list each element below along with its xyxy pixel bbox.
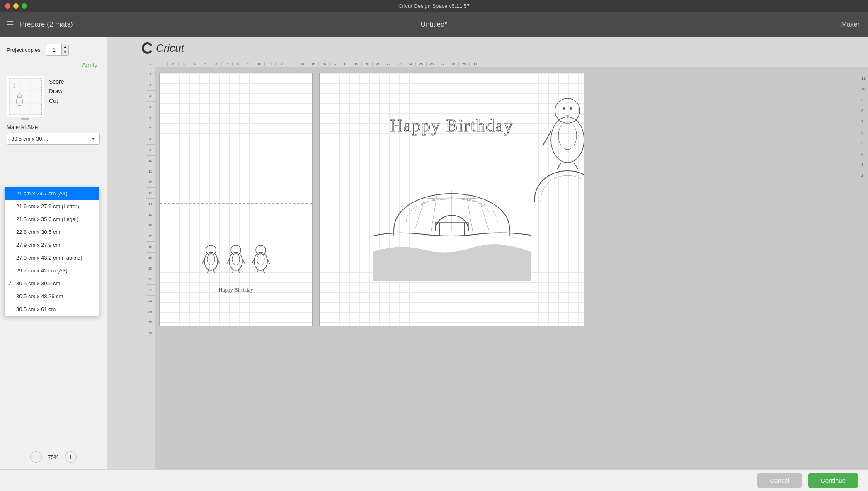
mat-1: Happy Birthday bbox=[159, 73, 313, 326]
cricut-symbol-icon bbox=[140, 41, 155, 56]
chevron-down-icon: ▼ bbox=[91, 136, 95, 141]
project-copies-row: Project copies: ▲ ▼ bbox=[7, 44, 100, 56]
cricut-logo-area: Cricut bbox=[140, 41, 184, 56]
dropdown-item-2[interactable]: 21.5 cm x 35.6 cm (Legal) bbox=[5, 213, 99, 226]
igloo-svg bbox=[373, 140, 531, 281]
mat-preview-container: 1 Score Draw Cut bbox=[7, 76, 100, 117]
left-panel: Project copies: ▲ ▼ Apply bbox=[0, 37, 107, 469]
dropdown-item-5[interactable]: 27.9 cm x 43.2 cm (Tabloid) bbox=[5, 251, 99, 264]
title-bar: Cricut Design Space v5.11.57 bbox=[0, 0, 868, 12]
maker-label: Maker bbox=[841, 21, 860, 28]
window-title: Prepare (2 mats) bbox=[20, 20, 73, 29]
svg-point-30 bbox=[563, 107, 565, 110]
copies-spinners: ▲ ▼ bbox=[61, 44, 68, 56]
svg-line-18 bbox=[415, 202, 424, 231]
svg-line-22 bbox=[480, 202, 489, 231]
svg-point-28 bbox=[555, 98, 580, 123]
mat-2: Happy Birthday bbox=[319, 73, 584, 326]
toolbar: ☰ Prepare (2 mats) Untitled* Maker bbox=[0, 12, 868, 37]
igloo-container bbox=[373, 140, 531, 281]
dropdown-current-value: 30.5 cm x 30.... bbox=[11, 136, 48, 142]
dropdown-item-6[interactable]: 29.7 cm x 42 cm (A3) bbox=[5, 264, 99, 277]
svg-text:1: 1 bbox=[12, 82, 16, 89]
svg-point-29 bbox=[558, 122, 577, 150]
hamburger-icon[interactable]: ☰ bbox=[7, 19, 14, 29]
penguins-svg bbox=[194, 234, 277, 276]
dropdown-item-7[interactable]: 30.5 cm x 30.5 cm bbox=[5, 277, 99, 290]
mat-label-cut: Cut bbox=[49, 97, 64, 105]
apply-button[interactable]: Apply bbox=[79, 61, 100, 69]
cricut-logo-text: Cricut bbox=[156, 42, 184, 55]
mat-label-score: Score bbox=[49, 78, 64, 86]
app-title: Cricut Design Space v5.11.57 bbox=[398, 3, 470, 9]
svg-text:Happy Birthday: Happy Birthday bbox=[390, 116, 513, 135]
mat-canvas-surface: Happy Birthday Happy Birthday bbox=[155, 67, 868, 469]
dropdown-item-3[interactable]: 22.8 cm x 30.5 cm bbox=[5, 226, 99, 238]
zoom-controls: − 75% + bbox=[30, 451, 77, 463]
mat-labels: Score Draw Cut bbox=[49, 76, 64, 105]
zoom-in-button[interactable]: + bbox=[65, 451, 77, 463]
dropdown-item-1[interactable]: 21.6 cm x 27.9 cm (Letter) bbox=[5, 200, 99, 213]
right-ruler-numbers: 11 10 9 8 7 6 5 4 3 2 bbox=[861, 73, 866, 181]
traffic-lights[interactable] bbox=[5, 3, 27, 9]
svg-point-27 bbox=[551, 117, 584, 163]
copies-increment[interactable]: ▲ bbox=[62, 44, 68, 50]
copies-decrement[interactable]: ▼ bbox=[62, 50, 68, 56]
mat-tab-indicator bbox=[21, 118, 29, 120]
minimize-button[interactable] bbox=[13, 3, 19, 9]
dropdown-item-4[interactable]: 27.9 cm x 27.9 cm bbox=[5, 238, 99, 251]
maximize-button[interactable] bbox=[22, 3, 27, 9]
mat-thumbnail: 1 bbox=[7, 76, 44, 117]
footer-bar: Cancel Continue bbox=[0, 469, 868, 491]
cancel-button[interactable]: Cancel bbox=[757, 473, 802, 488]
mat-1-happy-birthday-text: Happy Birthday bbox=[218, 286, 253, 293]
close-button[interactable] bbox=[5, 3, 10, 9]
dropdown-item-8[interactable]: 30.5 cm x 48.26 cm bbox=[5, 290, 99, 303]
continue-button[interactable]: Continue bbox=[808, 473, 858, 488]
main-layout: Project copies: ▲ ▼ Apply bbox=[0, 37, 868, 469]
ruler-vertical: 1 2 3 4 5 6 7 8 9 10 11 12 13 14 15 16 1… bbox=[146, 58, 155, 469]
zoom-level: 75% bbox=[45, 454, 62, 460]
project-copies-label: Project copies: bbox=[7, 47, 42, 53]
mat-1-fold-line bbox=[160, 203, 312, 204]
penguins-group bbox=[194, 234, 277, 276]
ruler-horizontal: 1 2 3 4 5 6 7 8 9 10 11 12 13 14 15 16 1… bbox=[155, 58, 868, 67]
copies-input[interactable] bbox=[46, 47, 61, 53]
copies-input-wrapper: ▲ ▼ bbox=[46, 44, 69, 56]
apply-row: Apply bbox=[7, 61, 100, 69]
material-size-label: Material Size bbox=[7, 124, 100, 130]
svg-point-31 bbox=[570, 107, 572, 110]
penguin-right bbox=[530, 86, 584, 210]
canvas-area: Cricut 1 2 3 4 5 6 7 8 9 10 11 12 13 14 … bbox=[107, 37, 868, 469]
dropdown-item-9[interactable]: 30.5 cm x 61 cm bbox=[5, 303, 99, 316]
mat-label-draw: Draw bbox=[49, 87, 64, 96]
mat-thumbnail-inner: 1 bbox=[9, 78, 42, 115]
zoom-out-button[interactable]: − bbox=[30, 451, 42, 463]
material-size-dropdown[interactable]: 30.5 cm x 30.... ▼ bbox=[7, 133, 100, 145]
material-size-dropdown-menu: 21 cm x 29.7 cm (A4) 21.6 cm x 27.9 cm (… bbox=[4, 187, 99, 316]
dropdown-item-0[interactable]: 21 cm x 29.7 cm (A4) bbox=[5, 187, 99, 200]
project-name: Untitled* bbox=[421, 20, 447, 29]
penguin-right-svg bbox=[530, 86, 584, 210]
mat-thumbnail-svg: 1 bbox=[9, 78, 41, 115]
